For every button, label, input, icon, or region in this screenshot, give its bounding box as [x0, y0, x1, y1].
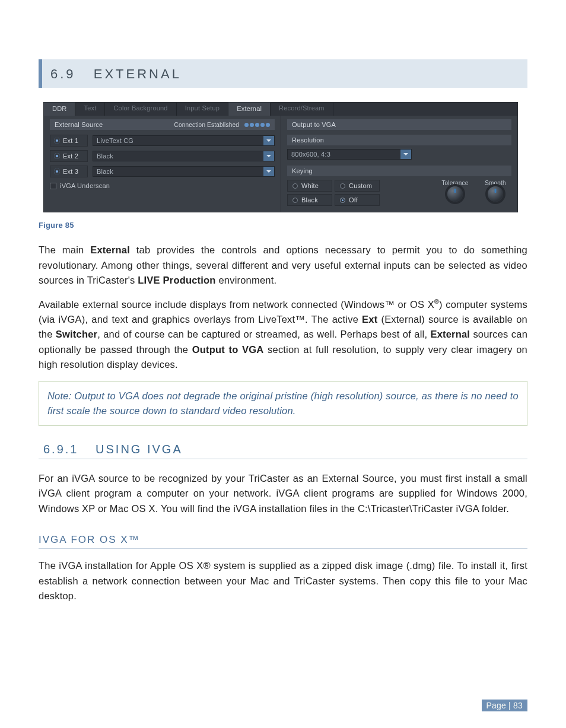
ivga-underscan-row[interactable]: iVGA Underscan — [50, 182, 275, 189]
paragraph-1: The main External tab provides the contr… — [39, 243, 527, 288]
ext1-row: Ext 1 LiveText CG — [50, 135, 275, 147]
ivga-osx-heading: IVGA FOR OS X™ — [39, 532, 527, 549]
ivga-underscan-label: iVGA Underscan — [60, 182, 110, 189]
subheading-title: USING IVGA — [96, 443, 183, 456]
figure-caption: Figure 85 — [39, 221, 527, 230]
chevron-down-icon — [400, 150, 411, 159]
ext2-row: Ext 2 Black — [50, 150, 275, 162]
tab-bar: DDR Text Color Background Input Setup Ex… — [44, 103, 517, 116]
keying-label: Keying — [287, 166, 511, 176]
tab-ddr[interactable]: DDR — [44, 103, 75, 116]
heading-number: 6.9 — [50, 66, 76, 81]
tab-input-setup[interactable]: Input Setup — [177, 103, 228, 116]
app-screenshot: DDR Text Color Background Input Setup Ex… — [43, 102, 518, 212]
ext2-radio[interactable]: Ext 2 — [50, 150, 88, 162]
smooth-knob[interactable]: Smooth — [479, 180, 511, 202]
knob-icon — [447, 186, 463, 202]
chevron-down-icon — [263, 136, 274, 145]
paragraph-2: Available external source include displa… — [39, 297, 527, 373]
radio-on-icon — [54, 138, 60, 144]
ext2-dropdown[interactable]: Black — [93, 151, 275, 161]
ext1-dropdown[interactable]: LiveText CG — [93, 135, 275, 146]
checkbox-icon — [50, 183, 56, 189]
paragraph-4: The iVGA installation for Apple OS X® sy… — [39, 558, 527, 604]
tab-color-background[interactable]: Color Background — [105, 103, 176, 116]
tab-external[interactable]: External — [228, 103, 271, 116]
output-to-vga-title: Output to VGA — [292, 121, 336, 128]
external-source-header: External Source Connection Established — [50, 119, 275, 130]
external-source-title: External Source — [55, 121, 103, 128]
radio-on-icon — [54, 153, 60, 159]
resolution-label: Resolution — [287, 135, 511, 145]
ext3-dropdown[interactable]: Black — [93, 166, 275, 177]
ext1-radio[interactable]: Ext 1 — [50, 135, 88, 147]
output-to-vga-panel: Output to VGA Resolution 800x600, 4:3 Ke… — [281, 116, 517, 212]
paragraph-3: For an iVGA source to be recognized by y… — [39, 471, 527, 517]
keying-black-radio[interactable]: Black — [287, 194, 332, 206]
subheading-number: 6.9.1 — [43, 443, 78, 456]
section-heading-6-9-1: 6.9.1 USING IVGA — [39, 439, 527, 459]
heading-title: EXTERNAL — [94, 66, 182, 81]
radio-on-icon — [54, 169, 60, 174]
chevron-down-icon — [263, 167, 274, 176]
note-box: Note: Output to VGA does not degrade the… — [39, 381, 527, 426]
connection-status: Connection Established — [174, 122, 270, 128]
keying-off-radio[interactable]: Off — [335, 194, 380, 206]
ext3-row: Ext 3 Black — [50, 166, 275, 177]
tab-text[interactable]: Text — [75, 103, 105, 116]
keying-custom-radio[interactable]: Custom — [335, 180, 380, 192]
resolution-dropdown[interactable]: 800x600, 4:3 — [287, 149, 412, 160]
status-dots-icon — [244, 123, 270, 127]
tab-record-stream[interactable]: Record/Stream — [271, 103, 333, 116]
keying-white-radio[interactable]: White — [287, 180, 332, 192]
output-to-vga-header: Output to VGA — [287, 119, 511, 130]
external-source-panel: External Source Connection Established E… — [44, 116, 281, 212]
knob-icon — [488, 186, 503, 202]
section-heading-6-9: 6.9 EXTERNAL — [39, 59, 527, 88]
page-number: Page | 83 — [482, 700, 528, 711]
chevron-down-icon — [263, 151, 274, 161]
tolerance-knob[interactable]: Tolerance — [439, 180, 471, 202]
ext3-radio[interactable]: Ext 3 — [50, 166, 88, 177]
